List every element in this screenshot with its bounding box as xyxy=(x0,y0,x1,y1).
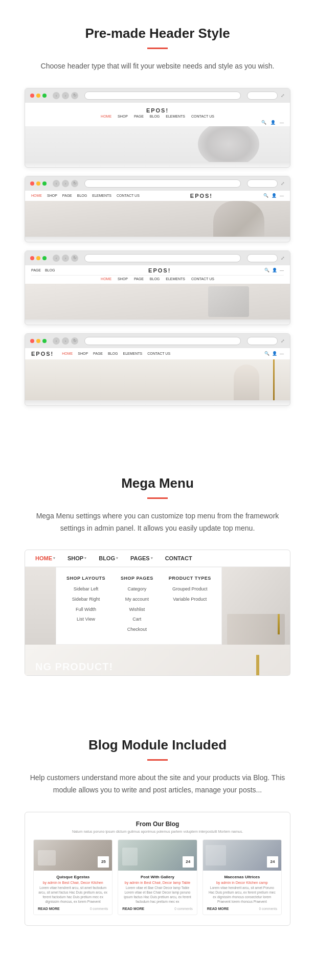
browser-bar-2: ‹ › ↻ ⤢ xyxy=(25,176,290,191)
nav-contact-4: CONTACT US xyxy=(147,352,170,355)
mega-content-area: NG PRODUCT! xyxy=(25,645,290,675)
browser-dots-3 xyxy=(30,256,47,260)
read-more-3[interactable]: Read More xyxy=(207,907,229,910)
section3-divider xyxy=(147,759,168,761)
mega-nav-home[interactable]: HOME ▾ xyxy=(35,555,55,561)
nav-blog-1: BLOG xyxy=(150,115,160,118)
mega-col-1-item-3[interactable]: List View xyxy=(66,616,105,623)
nav-home-1: HOME xyxy=(101,115,111,118)
mega-nav-pages[interactable]: PAGES ▾ xyxy=(130,555,153,561)
dot-green-4 xyxy=(42,339,47,343)
blog-card-footer-2: Read More 0 comments xyxy=(122,907,192,910)
mega-col-3-item-0[interactable]: Grouped Product xyxy=(169,586,211,592)
nav-home-2: HOME xyxy=(31,194,42,197)
refresh-btn-1[interactable]: ↻ xyxy=(71,92,78,99)
header1-container: EPOS! HOME SHOP PAGE BLOG ELEMENTS CONTA… xyxy=(25,103,290,126)
mega-dropdown-columns: SHOP LAYOUTS Sidebar Left Sidebar Right … xyxy=(56,567,222,645)
mega-col-3-item-1[interactable]: Variable Product xyxy=(169,596,211,603)
browser-nav-3: ‹ › ↻ xyxy=(53,255,78,262)
cart-icon-1: — xyxy=(280,120,284,125)
dot-red-4 xyxy=(30,339,34,343)
back-btn-4[interactable]: ‹ xyxy=(53,337,60,345)
blog-card-body-2: Post With Gallery by admin in Best Chair… xyxy=(118,871,196,915)
browser-bar-4: ‹ › ↻ ⤢ xyxy=(25,334,290,348)
browser-bar-3: ‹ › ↻ ⤢ xyxy=(25,251,290,265)
forward-btn-4[interactable]: › xyxy=(62,337,69,345)
mega-col-2-item-1[interactable]: My account xyxy=(121,596,153,603)
nav-top-1: PAGE xyxy=(31,268,41,272)
browser-content-1 xyxy=(25,126,290,162)
search-icon-3: 🔍 xyxy=(264,268,269,272)
nav-blog-3: BLOG xyxy=(150,277,160,281)
refresh-btn-4[interactable]: ↻ xyxy=(71,337,78,345)
expand-icon-3: ⤢ xyxy=(281,256,285,261)
forward-btn-3[interactable]: › xyxy=(62,255,69,262)
forward-btn-1[interactable]: › xyxy=(62,92,69,99)
url-bar-2[interactable] xyxy=(84,179,241,188)
nav-page-2: PAGE xyxy=(62,194,72,197)
decorative-shape-2 xyxy=(213,201,264,237)
section3-desc: Help customers understand more about the… xyxy=(25,772,290,796)
mega-col-2-item-3[interactable]: Cart xyxy=(121,616,153,623)
blog-img-decor-3 xyxy=(206,845,226,865)
search-bar-2[interactable] xyxy=(247,179,278,188)
search-icon-4: 🔍 xyxy=(264,351,269,356)
back-btn-1[interactable]: ‹ xyxy=(53,92,60,99)
back-btn-3[interactable]: ‹ xyxy=(53,255,60,262)
blog-card-author-3: by admin in Decor Kitchen camp xyxy=(207,881,277,884)
blog-date-1: 25 xyxy=(98,856,109,868)
mega-col-2-item-0[interactable]: Category xyxy=(121,586,153,592)
url-bar-3[interactable] xyxy=(84,254,241,262)
mega-col-2-item-2[interactable]: Wishlist xyxy=(121,606,153,613)
dot-green-2 xyxy=(42,181,47,186)
read-more-2[interactable]: Read More xyxy=(122,907,144,910)
blog-subtitle: Natum natus poruno ipsum dictum gulimus … xyxy=(33,830,282,833)
search-bar-1[interactable] xyxy=(247,92,278,100)
mega-big-text: NG PRODUCT! xyxy=(35,661,113,673)
mega-nav-contact[interactable]: CONTACT xyxy=(165,555,192,561)
mega-col-1-item-2[interactable]: Full Width xyxy=(66,606,105,613)
read-more-1[interactable]: Read More xyxy=(38,907,60,910)
mega-col-1-item-1[interactable]: Sidebar Right xyxy=(66,596,105,603)
chevron-pages: ▾ xyxy=(151,556,153,560)
blog-card-author-2: by admin in Best Chair, Decor lamp Table xyxy=(122,881,192,884)
nav-home-3: HOME xyxy=(101,277,111,281)
nav-shop-3: SHOP xyxy=(118,277,128,281)
blog-demo: From Our Blog Natum natus poruno ipsum d… xyxy=(25,812,290,926)
refresh-btn-3[interactable]: ↻ xyxy=(71,255,78,262)
blog-card-3: 24 Maecenas Ultrices by admin in Decor K… xyxy=(202,839,282,915)
mega-left-image xyxy=(25,567,56,645)
decorative-circle-1 xyxy=(198,126,259,162)
header4-row: EPOS! HOME SHOP PAGE BLOG ELEMENTS CONTA… xyxy=(31,351,284,357)
search-bar-4[interactable] xyxy=(247,337,278,345)
mega-col-1: SHOP LAYOUTS Sidebar Left Sidebar Right … xyxy=(66,576,105,636)
section1-title: Pre-made Header Style xyxy=(15,26,300,41)
mega-nav-blog[interactable]: BLOG ▾ xyxy=(99,555,118,561)
lamp-shape-4 xyxy=(234,364,259,400)
mega-col-2-item-4[interactable]: Checkout xyxy=(121,626,153,633)
nav-page-1: PAGE xyxy=(134,115,144,118)
browser-dots-4 xyxy=(30,339,47,343)
blog-card-footer-3: Read More 0 comments xyxy=(207,907,277,910)
refresh-btn-2[interactable]: ↻ xyxy=(71,180,78,187)
mega-nav-shop[interactable]: SHOP ▾ xyxy=(68,555,86,561)
expand-icon-2: ⤢ xyxy=(281,181,285,186)
mega-col-3-title: PRODUCT TYPES xyxy=(169,576,211,581)
back-btn-2[interactable]: ‹ xyxy=(53,180,60,187)
dot-red-3 xyxy=(30,256,34,260)
mega-gold-stripe xyxy=(278,614,280,634)
mega-col-1-item-0[interactable]: Sidebar Left xyxy=(66,586,105,592)
blog-card-title-2: Post With Gallery xyxy=(122,875,192,879)
search-bar-3[interactable] xyxy=(247,254,278,262)
mega-nav-contact-label: CONTACT xyxy=(165,555,192,561)
blog-cards-container: 25 Quisque Egestas by admin in Best Chai… xyxy=(33,839,282,915)
browser-mockup-3: ‹ › ↻ ⤢ PAGE BLOG EPOS! 🔍 👤 — xyxy=(25,250,290,325)
browser-content-2 xyxy=(25,201,290,237)
forward-btn-2[interactable]: › xyxy=(62,180,69,187)
cart-icon-3: — xyxy=(280,268,284,272)
nav-elements-1: ELEMENTS xyxy=(166,115,185,118)
user-icon-3: 👤 xyxy=(272,268,277,272)
blog-main-title: From Our Blog xyxy=(33,821,282,828)
url-bar-4[interactable] xyxy=(84,337,241,345)
url-bar-1[interactable] xyxy=(84,92,241,100)
